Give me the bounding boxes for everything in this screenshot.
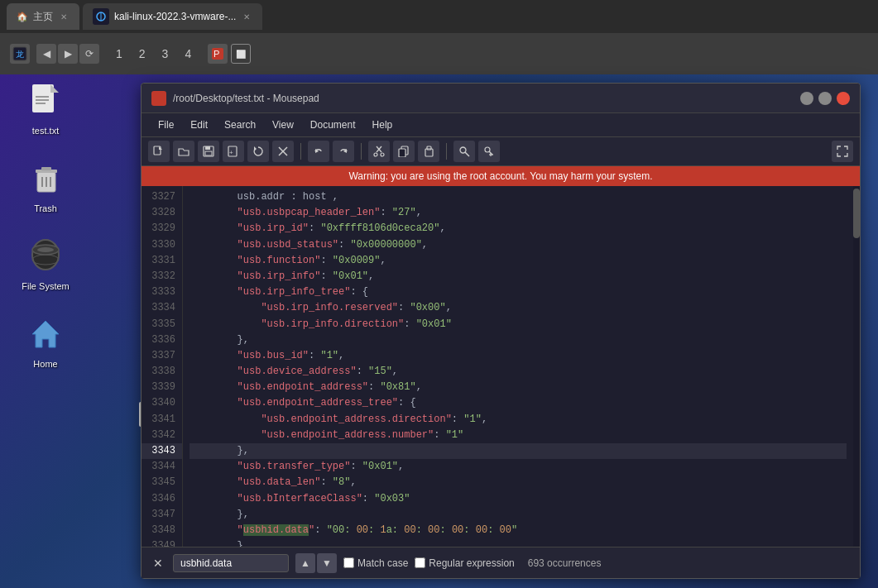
code-line-3339: "usb.endpoint_address": "0x81",: [190, 380, 847, 395]
num-btn-2[interactable]: 2: [136, 45, 149, 62]
toolbar-sep-2: [361, 143, 362, 160]
testtxt-icon: [26, 83, 65, 122]
toolbar-find-btn[interactable]: [453, 141, 475, 162]
toolbar-replace-btn[interactable]: [478, 141, 500, 162]
svg-rect-9: [36, 99, 49, 101]
svg-point-38: [374, 153, 377, 156]
tab-home[interactable]: 🏠 主页 ✕: [7, 3, 79, 30]
browser-nav-icon: 龙: [10, 44, 30, 64]
line-num-3331: 3331: [142, 253, 182, 269]
window-title: /root/Desktop/test.txt - Mousepad: [173, 93, 319, 104]
toolbar-fullscreen-btn[interactable]: [832, 141, 853, 162]
scrollbar-thumb[interactable]: [853, 189, 860, 238]
line-num-3346: 3346: [142, 491, 182, 507]
num-btn-3[interactable]: 3: [159, 45, 172, 62]
svg-rect-28: [205, 151, 212, 155]
code-line-3344: "usb.transfer_type": "0x01",: [190, 459, 847, 475]
titlebar-controls: [800, 92, 850, 105]
line-num-3329: 3329: [142, 221, 182, 237]
code-line-3337: "usb.bus_id": "1",: [190, 348, 847, 364]
num-btn-1[interactable]: 1: [113, 45, 126, 62]
filesystem-label: File System: [22, 281, 69, 291]
line-num-3341: 3341: [142, 412, 182, 428]
code-content[interactable]: usb.addr : host , "usb.usbpcap_header_le…: [183, 186, 853, 547]
search-input[interactable]: [173, 554, 289, 572]
desktop-icon-testtxt[interactable]: test.txt: [17, 83, 74, 136]
code-line-3336: },: [190, 332, 847, 348]
menu-help[interactable]: Help: [366, 117, 400, 133]
desktop-icon-home[interactable]: Home: [17, 316, 74, 369]
toolbar-saveas-btn[interactable]: +: [223, 141, 244, 162]
window-minimize-btn[interactable]: [800, 92, 813, 105]
svg-point-44: [460, 147, 466, 153]
nav-reload-btn[interactable]: ⟳: [79, 44, 99, 64]
regex-checkbox[interactable]: [415, 557, 425, 568]
search-next-btn[interactable]: ▼: [317, 553, 337, 573]
menu-document[interactable]: Document: [304, 117, 362, 133]
code-line-3328: "usb.usbpcap_header_len": "27",: [190, 205, 847, 221]
window-toolbar: +: [142, 137, 860, 166]
window-titlebar: /root/Desktop/test.txt - Mousepad: [142, 84, 860, 113]
regex-option[interactable]: Regular expression: [415, 557, 514, 569]
tab-home-label: 主页: [33, 10, 53, 24]
vertical-scrollbar[interactable]: [853, 186, 860, 547]
line-num-3337: 3337: [142, 348, 182, 364]
toolbar-close-file-btn[interactable]: [272, 141, 294, 162]
nav-back-btn[interactable]: ◀: [36, 44, 56, 64]
window-maximize-btn[interactable]: [818, 92, 832, 105]
line-num-3344: 3344: [142, 459, 182, 475]
toolbar-open-btn[interactable]: [173, 141, 194, 162]
browser-maximize-btn[interactable]: ⬜: [231, 44, 251, 64]
menu-edit[interactable]: Edit: [184, 117, 214, 133]
toolbar-save-btn[interactable]: [198, 141, 219, 162]
menu-file[interactable]: File: [151, 117, 180, 133]
line-num-3333: 3333: [142, 284, 182, 300]
toolbar-cut-btn[interactable]: [368, 141, 390, 162]
toolbar-copy-btn[interactable]: [393, 141, 415, 162]
match-case-checkbox[interactable]: [343, 557, 354, 568]
editor-area: 3327332833293330333133323333333433353336…: [142, 186, 860, 547]
svg-text:+: +: [229, 149, 233, 156]
line-num-3349: 3349: [142, 538, 182, 547]
window-close-btn[interactable]: [837, 92, 850, 105]
desktop-icon-filesystem[interactable]: File System: [17, 238, 74, 291]
svg-rect-8: [36, 96, 49, 98]
code-line-3340: "usb.endpoint_address_tree": {: [190, 395, 847, 411]
code-line-3327: usb.addr : host ,: [190, 189, 847, 205]
search-nav: ▲ ▼: [295, 553, 337, 573]
home-label: Home: [33, 359, 57, 369]
search-close-btn[interactable]: ✕: [150, 555, 166, 571]
svg-rect-13: [41, 167, 51, 170]
code-line-3341: "usb.endpoint_address.direction": "1",: [190, 412, 847, 428]
nav-forward-btn[interactable]: ▶: [58, 44, 78, 64]
svg-rect-41: [399, 149, 405, 157]
num-btn-4[interactable]: 4: [181, 45, 194, 62]
match-case-option[interactable]: Match case: [343, 557, 408, 569]
line-num-3338: 3338: [142, 364, 182, 380]
line-num-3336: 3336: [142, 332, 182, 348]
tab-home-close[interactable]: ✕: [58, 11, 70, 22]
browser-chrome: 🏠 主页 ✕ kali-linux-2022.3-vmware-... ✕ 龙 …: [0, 0, 878, 74]
toolbar-redo-btn[interactable]: [333, 141, 354, 162]
menu-search[interactable]: Search: [218, 117, 262, 133]
tab-kali[interactable]: kali-linux-2022.3-vmware-... ✕: [83, 3, 262, 30]
tab-kali-close[interactable]: ✕: [241, 11, 252, 22]
line-numbers: 3327332833293330333133323333333433353336…: [142, 186, 183, 547]
line-num-3327: 3327: [142, 189, 182, 205]
desktop-icon-trash[interactable]: Trash: [17, 160, 74, 213]
match-case-label: Match case: [357, 557, 408, 569]
search-prev-btn[interactable]: ▲: [295, 553, 315, 573]
menu-view[interactable]: View: [266, 117, 300, 133]
toolbar-undo-btn[interactable]: [308, 141, 329, 162]
code-line-3346: "usb.bInterfaceClass": "0x03": [190, 491, 847, 507]
code-line-3330: "usb.usbd_status": "0x00000000",: [190, 237, 847, 253]
testtxt-label: test.txt: [32, 126, 59, 136]
browser-action-1[interactable]: P: [208, 44, 228, 64]
toolbar-new-btn[interactable]: [148, 141, 170, 162]
svg-text:P: P: [214, 49, 219, 59]
mousepad-app-icon: [151, 91, 166, 106]
regex-label: Regular expression: [429, 557, 514, 569]
toolbar-paste-btn[interactable]: [418, 141, 439, 162]
toolbar-reload-btn[interactable]: [247, 141, 269, 162]
warning-bar: Warning: you are using the root account.…: [142, 166, 860, 186]
